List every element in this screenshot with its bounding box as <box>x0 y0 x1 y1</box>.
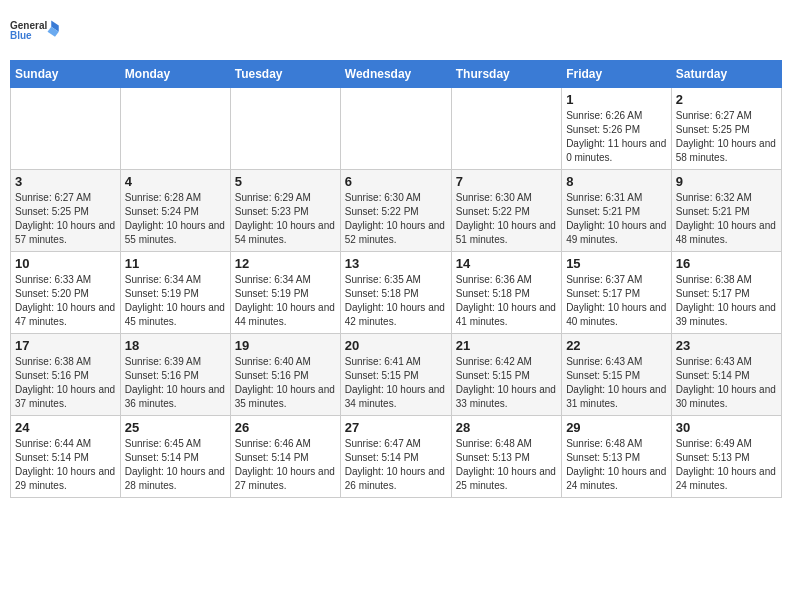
day-cell: 30Sunrise: 6:49 AMSunset: 5:13 PMDayligh… <box>671 416 781 498</box>
day-number: 2 <box>676 92 777 107</box>
svg-text:Blue: Blue <box>10 30 32 41</box>
day-info: Sunrise: 6:30 AMSunset: 5:22 PMDaylight:… <box>456 191 557 247</box>
day-info: Sunrise: 6:41 AMSunset: 5:15 PMDaylight:… <box>345 355 447 411</box>
day-info: Sunrise: 6:30 AMSunset: 5:22 PMDaylight:… <box>345 191 447 247</box>
day-cell: 7Sunrise: 6:30 AMSunset: 5:22 PMDaylight… <box>451 170 561 252</box>
day-number: 13 <box>345 256 447 271</box>
day-cell: 14Sunrise: 6:36 AMSunset: 5:18 PMDayligh… <box>451 252 561 334</box>
day-number: 12 <box>235 256 336 271</box>
day-cell: 1Sunrise: 6:26 AMSunset: 5:26 PMDaylight… <box>562 88 672 170</box>
day-cell: 12Sunrise: 6:34 AMSunset: 5:19 PMDayligh… <box>230 252 340 334</box>
day-cell <box>230 88 340 170</box>
day-info: Sunrise: 6:46 AMSunset: 5:14 PMDaylight:… <box>235 437 336 493</box>
day-cell: 16Sunrise: 6:38 AMSunset: 5:17 PMDayligh… <box>671 252 781 334</box>
day-cell: 25Sunrise: 6:45 AMSunset: 5:14 PMDayligh… <box>120 416 230 498</box>
day-cell: 11Sunrise: 6:34 AMSunset: 5:19 PMDayligh… <box>120 252 230 334</box>
day-cell <box>451 88 561 170</box>
day-info: Sunrise: 6:47 AMSunset: 5:14 PMDaylight:… <box>345 437 447 493</box>
day-cell: 2Sunrise: 6:27 AMSunset: 5:25 PMDaylight… <box>671 88 781 170</box>
day-number: 26 <box>235 420 336 435</box>
day-cell: 13Sunrise: 6:35 AMSunset: 5:18 PMDayligh… <box>340 252 451 334</box>
day-cell: 28Sunrise: 6:48 AMSunset: 5:13 PMDayligh… <box>451 416 561 498</box>
day-number: 22 <box>566 338 667 353</box>
day-number: 20 <box>345 338 447 353</box>
day-info: Sunrise: 6:42 AMSunset: 5:15 PMDaylight:… <box>456 355 557 411</box>
day-number: 25 <box>125 420 226 435</box>
day-number: 24 <box>15 420 116 435</box>
day-number: 17 <box>15 338 116 353</box>
day-info: Sunrise: 6:35 AMSunset: 5:18 PMDaylight:… <box>345 273 447 329</box>
day-number: 30 <box>676 420 777 435</box>
week-row-2: 3Sunrise: 6:27 AMSunset: 5:25 PMDaylight… <box>11 170 782 252</box>
day-info: Sunrise: 6:38 AMSunset: 5:16 PMDaylight:… <box>15 355 116 411</box>
day-cell: 24Sunrise: 6:44 AMSunset: 5:14 PMDayligh… <box>11 416 121 498</box>
day-number: 15 <box>566 256 667 271</box>
day-info: Sunrise: 6:29 AMSunset: 5:23 PMDaylight:… <box>235 191 336 247</box>
weekday-header-wednesday: Wednesday <box>340 61 451 88</box>
day-number: 8 <box>566 174 667 189</box>
day-number: 6 <box>345 174 447 189</box>
day-number: 11 <box>125 256 226 271</box>
weekday-header-tuesday: Tuesday <box>230 61 340 88</box>
logo: General Blue <box>10 10 60 52</box>
day-number: 10 <box>15 256 116 271</box>
day-cell: 5Sunrise: 6:29 AMSunset: 5:23 PMDaylight… <box>230 170 340 252</box>
day-info: Sunrise: 6:38 AMSunset: 5:17 PMDaylight:… <box>676 273 777 329</box>
day-info: Sunrise: 6:33 AMSunset: 5:20 PMDaylight:… <box>15 273 116 329</box>
week-row-1: 1Sunrise: 6:26 AMSunset: 5:26 PMDaylight… <box>11 88 782 170</box>
day-cell <box>120 88 230 170</box>
day-info: Sunrise: 6:48 AMSunset: 5:13 PMDaylight:… <box>566 437 667 493</box>
day-cell: 26Sunrise: 6:46 AMSunset: 5:14 PMDayligh… <box>230 416 340 498</box>
day-number: 16 <box>676 256 777 271</box>
day-number: 14 <box>456 256 557 271</box>
logo-icon: General Blue <box>10 10 60 52</box>
day-number: 5 <box>235 174 336 189</box>
day-cell: 6Sunrise: 6:30 AMSunset: 5:22 PMDaylight… <box>340 170 451 252</box>
day-number: 21 <box>456 338 557 353</box>
week-row-5: 24Sunrise: 6:44 AMSunset: 5:14 PMDayligh… <box>11 416 782 498</box>
day-cell: 21Sunrise: 6:42 AMSunset: 5:15 PMDayligh… <box>451 334 561 416</box>
day-cell <box>11 88 121 170</box>
header: General Blue <box>10 10 782 52</box>
weekday-header-monday: Monday <box>120 61 230 88</box>
day-number: 9 <box>676 174 777 189</box>
day-cell: 17Sunrise: 6:38 AMSunset: 5:16 PMDayligh… <box>11 334 121 416</box>
week-row-3: 10Sunrise: 6:33 AMSunset: 5:20 PMDayligh… <box>11 252 782 334</box>
day-info: Sunrise: 6:31 AMSunset: 5:21 PMDaylight:… <box>566 191 667 247</box>
day-info: Sunrise: 6:39 AMSunset: 5:16 PMDaylight:… <box>125 355 226 411</box>
day-cell: 22Sunrise: 6:43 AMSunset: 5:15 PMDayligh… <box>562 334 672 416</box>
weekday-header-friday: Friday <box>562 61 672 88</box>
weekday-header-thursday: Thursday <box>451 61 561 88</box>
day-cell <box>340 88 451 170</box>
day-info: Sunrise: 6:34 AMSunset: 5:19 PMDaylight:… <box>235 273 336 329</box>
day-info: Sunrise: 6:49 AMSunset: 5:13 PMDaylight:… <box>676 437 777 493</box>
day-info: Sunrise: 6:43 AMSunset: 5:15 PMDaylight:… <box>566 355 667 411</box>
day-info: Sunrise: 6:43 AMSunset: 5:14 PMDaylight:… <box>676 355 777 411</box>
day-number: 7 <box>456 174 557 189</box>
svg-text:General: General <box>10 20 47 31</box>
day-info: Sunrise: 6:32 AMSunset: 5:21 PMDaylight:… <box>676 191 777 247</box>
day-cell: 15Sunrise: 6:37 AMSunset: 5:17 PMDayligh… <box>562 252 672 334</box>
day-number: 28 <box>456 420 557 435</box>
day-info: Sunrise: 6:26 AMSunset: 5:26 PMDaylight:… <box>566 109 667 165</box>
day-cell: 20Sunrise: 6:41 AMSunset: 5:15 PMDayligh… <box>340 334 451 416</box>
day-cell: 19Sunrise: 6:40 AMSunset: 5:16 PMDayligh… <box>230 334 340 416</box>
day-number: 4 <box>125 174 226 189</box>
day-cell: 8Sunrise: 6:31 AMSunset: 5:21 PMDaylight… <box>562 170 672 252</box>
day-info: Sunrise: 6:40 AMSunset: 5:16 PMDaylight:… <box>235 355 336 411</box>
day-number: 27 <box>345 420 447 435</box>
day-cell: 27Sunrise: 6:47 AMSunset: 5:14 PMDayligh… <box>340 416 451 498</box>
day-cell: 4Sunrise: 6:28 AMSunset: 5:24 PMDaylight… <box>120 170 230 252</box>
day-number: 29 <box>566 420 667 435</box>
calendar-table: SundayMondayTuesdayWednesdayThursdayFrid… <box>10 60 782 498</box>
day-number: 18 <box>125 338 226 353</box>
weekday-header-saturday: Saturday <box>671 61 781 88</box>
day-cell: 23Sunrise: 6:43 AMSunset: 5:14 PMDayligh… <box>671 334 781 416</box>
day-info: Sunrise: 6:34 AMSunset: 5:19 PMDaylight:… <box>125 273 226 329</box>
weekday-header-sunday: Sunday <box>11 61 121 88</box>
weekday-header-row: SundayMondayTuesdayWednesdayThursdayFrid… <box>11 61 782 88</box>
day-cell: 3Sunrise: 6:27 AMSunset: 5:25 PMDaylight… <box>11 170 121 252</box>
day-info: Sunrise: 6:44 AMSunset: 5:14 PMDaylight:… <box>15 437 116 493</box>
day-info: Sunrise: 6:45 AMSunset: 5:14 PMDaylight:… <box>125 437 226 493</box>
day-info: Sunrise: 6:37 AMSunset: 5:17 PMDaylight:… <box>566 273 667 329</box>
